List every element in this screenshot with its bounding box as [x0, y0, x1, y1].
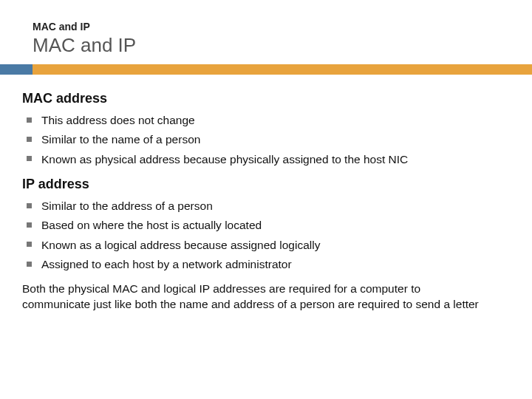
page-title: MAC and IP: [33, 34, 532, 57]
accent-bar: [0, 64, 532, 75]
list-item: Similar to the address of a person: [25, 197, 510, 216]
slide: MAC and IP MAC and IP MAC address This a…: [0, 0, 532, 399]
list-item: This address does not change: [25, 111, 510, 130]
section-heading-ip: IP address: [22, 177, 510, 192]
header: MAC and IP MAC and IP: [0, 0, 532, 57]
list-item: Similar to the name of a person: [25, 130, 510, 149]
bullet-list-ip: Similar to the address of a person Based…: [22, 197, 510, 274]
accent-bar-left: [0, 64, 33, 75]
content: MAC address This address does not change…: [0, 75, 532, 313]
footer-paragraph: Both the physical MAC and logical IP add…: [22, 282, 510, 313]
section-heading-mac: MAC address: [22, 91, 510, 106]
list-item: Known as a logical address because assig…: [25, 236, 510, 255]
bullet-list-mac: This address does not change Similar to …: [22, 111, 510, 169]
list-item: Known as physical address because physic…: [25, 150, 510, 169]
list-item: Assigned to each host by a network admin…: [25, 255, 510, 274]
accent-bar-right: [33, 64, 532, 75]
breadcrumb: MAC and IP: [33, 21, 532, 33]
list-item: Based on where the host is actually loca…: [25, 216, 510, 235]
